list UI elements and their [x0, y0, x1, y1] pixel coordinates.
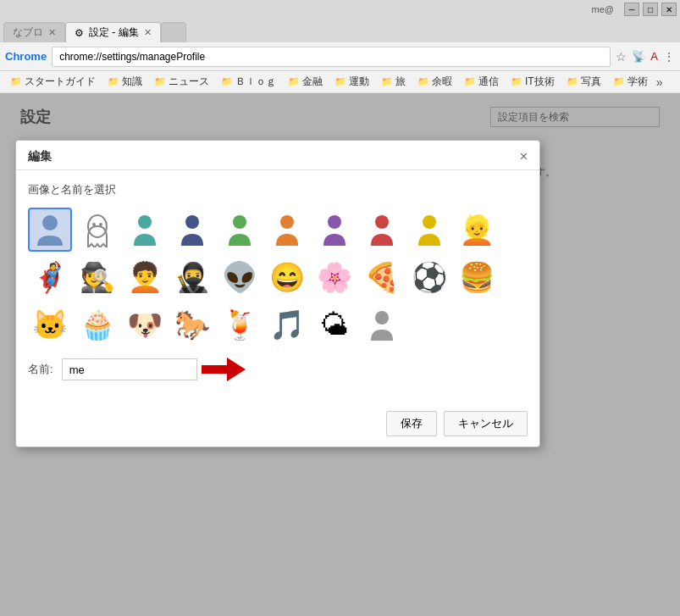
avatar-superhero[interactable]: 🦸 — [28, 255, 72, 299]
avatar-svg — [176, 212, 208, 247]
bookmark-folder-icon: 📁 — [613, 76, 625, 87]
avatar-svg — [34, 212, 66, 247]
bookmark-folder-icon: 📁 — [288, 76, 300, 87]
avatar-person-blue[interactable] — [28, 208, 72, 252]
bookmark-academic[interactable]: 📁 学術 — [608, 73, 653, 91]
bookmark-label: スタートガイド — [25, 75, 96, 89]
cancel-button[interactable]: キャンセル — [444, 411, 528, 436]
bookmark-folder-icon: 📁 — [334, 76, 346, 87]
svg-point-9 — [375, 215, 389, 229]
bookmark-folder-icon: 📁 — [567, 76, 578, 87]
avatar-green[interactable] — [218, 208, 262, 252]
avatar-svg — [129, 212, 161, 247]
avatar-purple[interactable] — [312, 208, 357, 252]
avatar-orange[interactable] — [265, 208, 309, 252]
svg-point-4 — [138, 215, 152, 229]
avatar-navy[interactable] — [170, 208, 214, 252]
close-window-button[interactable]: ✕ — [661, 3, 677, 16]
save-button[interactable]: 保存 — [386, 411, 437, 436]
avatar-ghost[interactable] — [75, 208, 119, 252]
svg-point-5 — [185, 215, 199, 229]
rss-icon[interactable]: 📡 — [632, 50, 645, 63]
avatar-person-gray[interactable] — [360, 302, 404, 347]
avatar-svg — [413, 212, 445, 247]
svg-point-0 — [42, 215, 58, 230]
bookmark-folder-icon: 📁 — [221, 76, 233, 87]
avatar-svg — [318, 212, 351, 247]
tab-1[interactable]: なブロ ✕ — [3, 22, 65, 42]
avatar-dog[interactable]: 🐶 — [123, 302, 167, 347]
edit-profile-modal: 編集 × 画像と名前を選択 — [15, 140, 540, 447]
avatar-cloud-sun[interactable]: 🌤 — [312, 302, 357, 347]
avatar-alien[interactable]: 👽 — [218, 255, 262, 299]
bookmark-photo[interactable]: 📁 写真 — [561, 73, 606, 91]
gear-icon: ⚙ — [75, 27, 84, 39]
bookmark-blog[interactable]: 📁 Ｂｌｏｇ — [216, 73, 281, 91]
modal-body: 画像と名前を選択 — [16, 170, 539, 404]
avatar-sunglasses[interactable]: 🕵️ — [75, 255, 119, 299]
menu-icon[interactable]: ⋮ — [663, 50, 675, 64]
tab-new[interactable] — [161, 22, 186, 42]
arrow-body — [202, 365, 227, 374]
bookmark-knowledge[interactable]: 📁 知識 — [102, 73, 147, 91]
avatar-cocktail[interactable]: 🍹 — [218, 302, 262, 347]
tab-1-close[interactable]: ✕ — [48, 27, 56, 38]
star-icon[interactable]: ☆ — [616, 50, 627, 64]
modal-title: 編集 — [28, 149, 52, 164]
tab-1-label: なブロ — [13, 25, 43, 40]
avatar-smiley[interactable]: 😄 — [265, 255, 309, 299]
bookmark-folder-icon: 📁 — [417, 76, 429, 87]
avatar-svg — [366, 307, 398, 342]
avatar-svg — [366, 212, 398, 247]
browser-label[interactable]: Chrome — [5, 50, 47, 63]
bookmark-comms[interactable]: 📁 通信 — [459, 73, 504, 91]
avatar-burger[interactable]: 🍔 — [455, 255, 499, 299]
avatar-blond[interactable]: 👱 — [455, 208, 499, 252]
avatar-dark-person[interactable]: 🧑‍🦱 — [123, 255, 167, 299]
bookmark-travel[interactable]: 📁 旅 — [376, 73, 411, 91]
bookmarks-more-icon[interactable]: » — [656, 75, 663, 89]
name-input[interactable] — [62, 358, 197, 380]
bookmark-exercise[interactable]: 📁 運動 — [329, 73, 374, 91]
bookmark-it[interactable]: 📁 IT技術 — [506, 73, 560, 91]
avatar-ninja[interactable]: 🥷 — [170, 255, 214, 299]
avatar-svg — [81, 212, 113, 247]
avatar-red[interactable] — [360, 208, 404, 252]
tab-2-label: 設定 - 編集 — [89, 25, 139, 40]
url-box[interactable]: chrome://settings/manageProfile — [52, 47, 611, 67]
bookmark-folder-icon: 📁 — [511, 76, 522, 87]
bookmark-label: 余暇 — [432, 75, 452, 89]
bookmark-leisure[interactable]: 📁 余暇 — [412, 73, 457, 91]
avatar-yellow-person[interactable] — [407, 208, 451, 252]
avatar-cupcake[interactable]: 🧁 — [75, 302, 119, 347]
bookmark-folder-icon: 📁 — [10, 76, 22, 87]
bookmark-folder-icon: 📁 — [154, 76, 166, 87]
modal-close-button[interactable]: × — [520, 150, 528, 164]
avatar-svg — [271, 212, 303, 247]
avatar-pizza[interactable]: 🍕 — [360, 255, 404, 299]
avatar-music[interactable]: 🎵 — [265, 302, 309, 347]
bookmark-news[interactable]: 📁 ニュース — [149, 73, 214, 91]
bookmark-label: 金融 — [302, 75, 323, 89]
bookmark-startguide[interactable]: 📁 スタートガイド — [5, 73, 101, 91]
name-label: 名前: — [28, 362, 53, 377]
bookmarks-bar: 📁 スタートガイド 📁 知識 📁 ニュース 📁 Ｂｌｏｇ 📁 金融 📁 運動 📁… — [0, 71, 680, 93]
tab-2[interactable]: ⚙ 設定 - 編集 ✕ — [65, 22, 161, 42]
bookmark-folder-icon: 📁 — [464, 76, 476, 87]
avatar-teal[interactable] — [123, 208, 167, 252]
bookmark-label: 学術 — [627, 75, 648, 89]
maximize-button[interactable]: □ — [643, 3, 658, 16]
bookmark-label: IT技術 — [525, 75, 555, 89]
tab-bar: なブロ ✕ ⚙ 設定 - 編集 ✕ — [0, 19, 680, 42]
bookmark-label: 知識 — [122, 75, 142, 89]
name-input-wrapper — [62, 358, 197, 380]
avatar-cat[interactable]: 🐱 — [28, 302, 72, 347]
avatar-soccer[interactable]: ⚽ — [407, 255, 451, 299]
pdf-icon[interactable]: A — [650, 50, 658, 63]
bookmark-finance[interactable]: 📁 金融 — [283, 73, 328, 91]
minimize-button[interactable]: ─ — [624, 3, 639, 16]
tab-2-close[interactable]: ✕ — [144, 27, 152, 38]
avatar-horse[interactable]: 🐎 — [170, 302, 214, 347]
avatar-flower[interactable]: 🌸 — [312, 255, 357, 299]
modal-subtitle: 画像と名前を選択 — [28, 182, 528, 197]
